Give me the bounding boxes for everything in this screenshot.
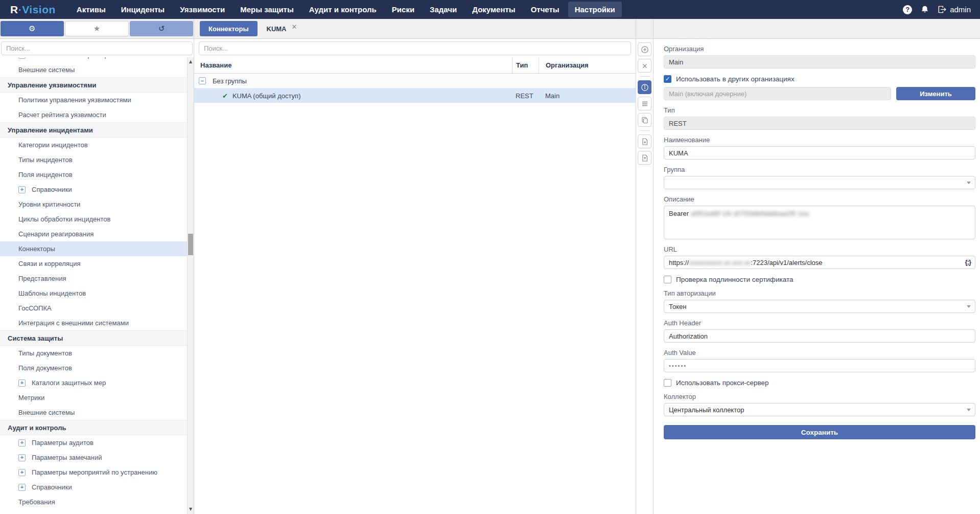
- sidebar-item[interactable]: Связи и корреляция: [0, 256, 187, 271]
- sidebar-item[interactable]: Поля документов: [0, 361, 187, 375]
- sidebar-item[interactable]: Циклы обработки инцидентов: [0, 212, 187, 227]
- sidebar-item[interactable]: Шаблоны инцидентов: [0, 286, 187, 301]
- nav-item[interactable]: Активы: [70, 2, 112, 17]
- sidebar-item-label: Политики управления уязвимостями: [18, 96, 131, 104]
- add-circle-icon[interactable]: [638, 42, 651, 56]
- share-scope-input: [664, 87, 891, 100]
- sidebar-tab[interactable]: ⚙: [1, 21, 64, 36]
- share-checkbox[interactable]: ✓: [664, 75, 671, 83]
- column-header-type[interactable]: Тип: [512, 57, 539, 73]
- nav-item[interactable]: Задачи: [423, 2, 463, 17]
- sidebar-item[interactable]: +Параметры мероприятий по устранению: [0, 465, 187, 480]
- scrollbar-thumb[interactable]: [188, 234, 193, 255]
- expand-icon[interactable]: +: [18, 186, 26, 193]
- auth-header-input[interactable]: [664, 329, 975, 343]
- expand-icon[interactable]: +: [18, 439, 26, 446]
- sidebar-item[interactable]: Метрики: [0, 390, 187, 405]
- nav-item[interactable]: Уязвимости: [173, 2, 231, 17]
- scroll-up-icon[interactable]: ▲: [188, 58, 194, 65]
- sidebar-item[interactable]: +Параметры аудитов: [0, 435, 187, 450]
- scroll-down-icon[interactable]: ▼: [188, 506, 194, 513]
- sidebar-search-input[interactable]: [1, 41, 193, 55]
- sidebar-item[interactable]: Политики управления уязвимостями: [0, 93, 187, 107]
- sidebar-item-label: Каталоги защитных мер: [32, 379, 106, 387]
- sidebar-tab[interactable]: ★: [65, 21, 129, 36]
- description-textarea[interactable]: Bearer a5f53a48f 1f4 a57f2b6b9dabbaa2f6 …: [664, 206, 975, 239]
- column-header-org[interactable]: Организация: [539, 57, 636, 73]
- expand-icon[interactable]: +: [18, 379, 26, 387]
- download-file-icon[interactable]: [638, 135, 651, 148]
- variables-icon[interactable]: {;}: [965, 258, 971, 266]
- column-header-name[interactable]: Название: [194, 57, 512, 73]
- sidebar-item[interactable]: +Каталоги защитных мер: [0, 375, 187, 390]
- content-tab[interactable]: Коннекторы: [200, 21, 258, 36]
- collector-select[interactable]: [664, 403, 975, 416]
- sidebar-item[interactable]: Требования: [0, 495, 187, 509]
- expand-icon[interactable]: +: [18, 454, 26, 461]
- sidebar-item[interactable]: Категории инцидентов: [0, 138, 187, 152]
- expand-icon[interactable]: +: [18, 57, 26, 59]
- copy-icon[interactable]: [638, 113, 651, 127]
- connectors-search-input[interactable]: [199, 41, 631, 55]
- notifications-bell-icon[interactable]: [921, 5, 929, 14]
- sidebar-item-label: Интеграция с внешними системами: [18, 319, 129, 327]
- sidebar-item[interactable]: Внешние системы: [0, 405, 187, 420]
- nav-item[interactable]: Риски: [385, 2, 421, 17]
- sidebar-scrollbar[interactable]: ▲ ▼: [187, 57, 194, 514]
- url-input[interactable]: https:// xxxxxxxxxx.xx.xxx.xx :7223/api/…: [664, 256, 975, 269]
- sidebar-item[interactable]: +Политики инвентаризации: [0, 57, 187, 62]
- content-tab[interactable]: KUMA✕: [265, 21, 299, 36]
- name-input[interactable]: [664, 146, 975, 160]
- close-tab-icon[interactable]: ✕: [292, 23, 297, 31]
- nav-item[interactable]: Настройки: [568, 2, 622, 17]
- sidebar-item[interactable]: К: [0, 509, 187, 514]
- sidebar-item[interactable]: Поля инцидентов: [0, 167, 187, 182]
- upload-file-icon[interactable]: [638, 151, 651, 165]
- nav-item[interactable]: Меры защиты: [234, 2, 300, 17]
- auth-type-select[interactable]: [664, 300, 975, 313]
- auth-value-input[interactable]: [664, 359, 975, 372]
- logout-icon: [938, 5, 946, 14]
- expand-icon[interactable]: +: [18, 469, 26, 476]
- description-label: Описание: [664, 195, 975, 203]
- sidebar-item-label: Требования: [18, 498, 55, 506]
- help-icon[interactable]: ?: [903, 5, 912, 14]
- sidebar-item-label: ГосСОПКА: [18, 304, 52, 312]
- group-select[interactable]: [664, 176, 975, 189]
- nav-item[interactable]: Инциденты: [114, 2, 171, 17]
- sidebar-item[interactable]: +Параметры замечаний: [0, 450, 187, 465]
- sidebar-item[interactable]: Типы документов: [0, 346, 187, 361]
- sidebar-item[interactable]: Сценарии реагирования: [0, 227, 187, 241]
- sidebar-item[interactable]: Внешние системы: [0, 62, 187, 77]
- nav-item[interactable]: Документы: [465, 2, 522, 17]
- connector-type: REST: [512, 92, 539, 100]
- list-icon[interactable]: [638, 97, 651, 110]
- sidebar-item[interactable]: +Справочники: [0, 182, 187, 197]
- org-input: [664, 55, 975, 69]
- nav-item[interactable]: Аудит и контроль: [302, 2, 383, 17]
- sidebar-item[interactable]: Коннекторы: [0, 241, 187, 256]
- cert-check-checkbox[interactable]: [664, 276, 671, 283]
- save-button[interactable]: Сохранить: [664, 425, 975, 439]
- collapse-group-icon[interactable]: −: [199, 77, 206, 84]
- group-row[interactable]: − Без группы: [194, 74, 636, 88]
- user-menu[interactable]: admin: [938, 5, 971, 14]
- sidebar-item[interactable]: Интеграция с внешними системами: [0, 316, 187, 330]
- nav-item[interactable]: Отчеты: [524, 2, 566, 17]
- sidebar-item[interactable]: +Справочники: [0, 480, 187, 495]
- auth-type-label: Тип авторизации: [664, 289, 975, 297]
- sidebar-item-label: Категории инцидентов: [18, 141, 88, 149]
- expand-icon[interactable]: +: [18, 484, 26, 491]
- share-label: Использовать в других организациях: [676, 75, 795, 83]
- sidebar-item[interactable]: ГосСОПКА: [0, 301, 187, 316]
- sidebar-item[interactable]: Представления: [0, 271, 187, 286]
- sidebar-tab[interactable]: ↺: [130, 21, 193, 36]
- sidebar-item[interactable]: Уровни критичности: [0, 197, 187, 212]
- info-icon[interactable]: [638, 80, 651, 94]
- change-org-button[interactable]: Изменить: [896, 87, 975, 100]
- sidebar-item[interactable]: Типы инцидентов: [0, 152, 187, 167]
- proxy-checkbox[interactable]: [664, 379, 671, 387]
- sidebar-item[interactable]: Расчет рейтинга уязвимости: [0, 107, 187, 122]
- close-icon[interactable]: [638, 59, 651, 73]
- table-row[interactable]: ✔KUMA (общий доступ)RESTMain: [194, 88, 636, 103]
